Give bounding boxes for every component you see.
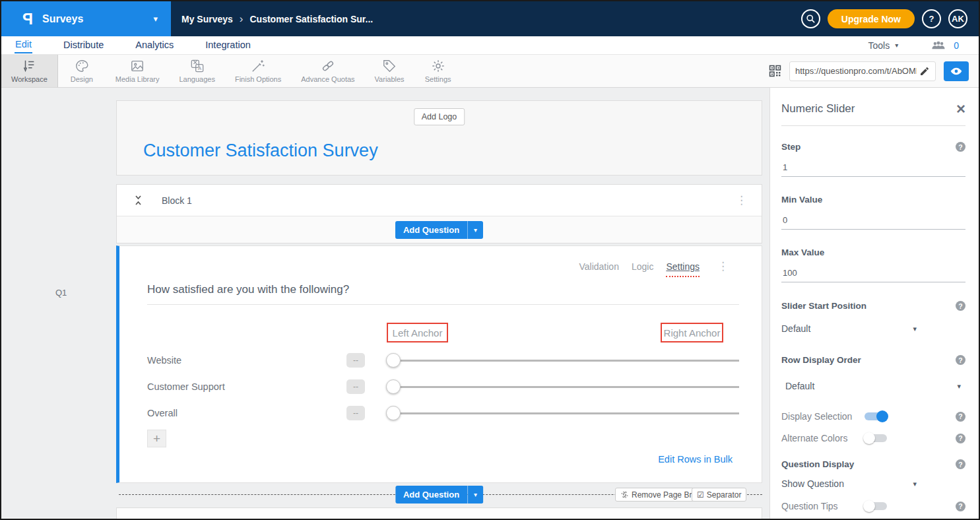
tab-integration[interactable]: Integration [205, 38, 251, 53]
slider-start-position-label: Slider Start Position [781, 301, 866, 311]
edit-rows-in-bulk-link[interactable]: Edit Rows in Bulk [658, 454, 733, 465]
add-question-button[interactable]: Add Question [395, 486, 467, 504]
question-code: Q1 [55, 288, 67, 298]
toolbar-item-design[interactable]: Design [58, 55, 106, 87]
upgrade-now-button[interactable]: Upgrade Now [828, 9, 915, 28]
survey-title[interactable]: Customer Satisfaction Survey [143, 141, 378, 161]
alternate-colors-toggle[interactable] [865, 434, 887, 442]
max-value-label: Max Value [781, 247, 824, 257]
share-url-input[interactable] [795, 66, 917, 76]
question-display-dropdown[interactable]: Show Question ▾ [781, 478, 917, 489]
row-label[interactable]: Customer Support [147, 381, 225, 392]
collaborator-count: 0 [954, 40, 959, 51]
help-button[interactable]: ? [922, 9, 941, 28]
tab-validation[interactable]: Validation [579, 261, 618, 272]
tab-settings[interactable]: Settings [666, 261, 700, 272]
slider-handle[interactable] [386, 406, 401, 420]
add-question-split-button[interactable]: Add Question ▾ [395, 221, 483, 239]
question-tabs: Validation Logic Settings ⋮ [579, 261, 729, 272]
panel-title: Numeric Slider [781, 102, 855, 115]
search-icon [806, 14, 816, 24]
slider-handle[interactable] [386, 353, 401, 368]
chevron-down-icon: ▾ [153, 14, 158, 24]
share-url-field [789, 61, 936, 81]
search-button[interactable] [801, 9, 820, 28]
toolbar-item-settings[interactable]: Settings [414, 55, 462, 87]
help-icon[interactable]: ? [956, 412, 965, 422]
slider-handle[interactable] [386, 379, 401, 394]
value-badge: -- [346, 353, 365, 368]
max-value-input[interactable] [781, 268, 965, 282]
add-question-row: Add Question ▾ [117, 216, 762, 243]
top-actions: Upgrade Now ? AK [801, 9, 979, 28]
toolbar-item-advance-quotas[interactable]: Advance Quotas [291, 55, 364, 87]
app-window: P Surveys ▾ My Surveys › Customer Satisf… [0, 0, 980, 520]
preview-button[interactable] [944, 61, 969, 81]
media-library-icon [130, 59, 145, 73]
tab-edit[interactable]: Edit [15, 37, 32, 53]
help-icon[interactable]: ? [956, 502, 965, 511]
left-anchor-field[interactable]: Left Anchor [387, 323, 448, 342]
help-icon[interactable]: ? [956, 301, 965, 311]
right-anchor-field[interactable]: Right Anchor [661, 323, 723, 342]
add-question-dropdown[interactable]: ▾ [467, 221, 483, 239]
step-input[interactable] [781, 162, 965, 177]
page-break-strip: Add Question ▾ Remove Page Break ☑ Separ… [116, 483, 762, 519]
toolbar-item-workspace[interactable]: Workspace [1, 55, 58, 87]
min-value-input[interactable] [781, 215, 965, 230]
separator-button[interactable]: ☑ Separator [692, 488, 746, 502]
toolbar-right [769, 55, 979, 87]
block-title[interactable]: Block 1 [162, 195, 192, 206]
question-text[interactable]: How satisfied are you with the following… [147, 283, 349, 296]
edit-pencil-icon[interactable] [919, 66, 930, 77]
tab-analytics[interactable]: Analytics [135, 38, 174, 53]
slider-track [393, 360, 739, 362]
row-slider [386, 353, 739, 368]
avatar[interactable]: AK [948, 9, 967, 28]
nav-right: Tools ▾ 0 [868, 40, 959, 51]
tab-logic[interactable]: Logic [632, 261, 653, 272]
display-selection-toggle[interactable] [865, 412, 887, 420]
next-block-title[interactable]: New Block 1 [145, 517, 203, 519]
help-icon[interactable]: ? [956, 434, 965, 443]
next-block-card: New Block 1 [116, 507, 762, 519]
add-row-button[interactable]: + [147, 430, 166, 447]
chevron-down-icon: ▾ [474, 491, 477, 498]
slider-track [393, 412, 739, 414]
add-logo-button[interactable]: Add Logo [414, 108, 465, 125]
question-divider [147, 304, 739, 305]
add-question-dropdown[interactable]: ▾ [467, 486, 483, 504]
qr-code-button[interactable] [769, 65, 781, 77]
question-tips-toggle[interactable] [865, 502, 887, 510]
chevron-down-icon: ▾ [957, 382, 961, 391]
help-icon[interactable]: ? [956, 355, 965, 365]
value-badge: -- [346, 406, 365, 420]
kebab-menu-icon[interactable]: ⋮ [736, 195, 747, 206]
plus-icon: + [153, 432, 160, 446]
tab-distribute[interactable]: Distribute [63, 38, 104, 53]
breadcrumb-root[interactable]: My Surveys [181, 14, 233, 24]
collaborators-icon[interactable] [931, 41, 946, 50]
row-label[interactable]: Website [147, 355, 181, 366]
row-label[interactable]: Overall [147, 408, 178, 418]
toolbar-item-variables[interactable]: Variables [365, 55, 414, 87]
toolbar-item-languages[interactable]: A Languages [169, 55, 224, 87]
toolbar-item-media-library[interactable]: Media Library [106, 55, 170, 87]
collapse-icon[interactable] [134, 195, 143, 206]
add-question-button[interactable]: Add Question [395, 221, 467, 239]
help-icon[interactable]: ? [956, 459, 965, 469]
slider-start-position-dropdown[interactable]: Default ▾ [781, 323, 917, 334]
close-icon[interactable]: × [956, 101, 965, 117]
product-switcher[interactable]: P Surveys ▾ [1, 1, 171, 36]
row-display-order-dropdown[interactable]: Default ▾ [781, 381, 961, 391]
separator-checkbox-icon: ☑ [697, 490, 704, 500]
survey-editor-canvas: Q1 Add Logo Customer Satisfaction Survey… [1, 88, 769, 519]
add-question-split-button[interactable]: Add Question ▾ [395, 486, 483, 504]
question-mark-icon: ? [929, 14, 934, 24]
tools-menu[interactable]: Tools [868, 40, 890, 51]
help-icon[interactable]: ? [956, 142, 965, 152]
row-display-order-label: Row Display Order [781, 355, 861, 365]
kebab-menu-icon[interactable]: ⋮ [717, 261, 729, 272]
preview-eye-icon [950, 67, 962, 76]
toolbar-item-finish-options[interactable]: Finish Options [225, 55, 291, 87]
